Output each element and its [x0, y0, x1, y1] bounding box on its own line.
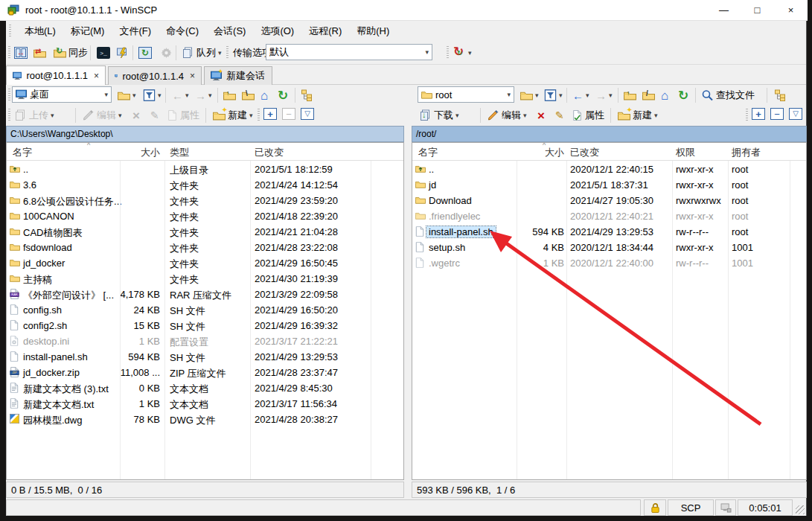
menu-file[interactable]: 文件(F) [112, 21, 159, 41]
right-drive-selector[interactable]: root ▾ [418, 86, 514, 103]
right-home-button[interactable]: ⌂ [659, 86, 670, 104]
open-console-button[interactable]: >_ [95, 44, 112, 62]
file-row[interactable]: config2.sh15 KBSH 文件2021/4/29 16:39:32 [7, 318, 403, 333]
left-select-button[interactable]: + [263, 108, 277, 120]
left-parent-directory-button[interactable]: ↑ [222, 86, 237, 104]
file-row[interactable]: ..上级目录2021/5/1 18:12:59 [7, 162, 403, 177]
right-back-button[interactable]: ← ▾ [571, 86, 591, 104]
left-root-directory-button[interactable]: \ [240, 86, 256, 104]
left-directory-tree-button[interactable] [299, 86, 315, 104]
column-header-size[interactable]: 大小 [100, 146, 160, 159]
file-row[interactable]: .friendlyelec2020/12/1 22:40:21rwxr-xr-x… [412, 208, 806, 224]
transfer-settings-button[interactable]: ↻ ↻ ▾ [452, 44, 473, 62]
file-row[interactable]: CAD植物图表文件夹2021/4/21 21:04:28 [7, 224, 403, 240]
menu-help[interactable]: 帮助(H) [349, 21, 397, 41]
refresh-panels-button[interactable]: ↻ [137, 44, 153, 62]
file-row[interactable]: setup.sh4 KB2020/12/1 18:34:44rwxr-xr-x1… [412, 240, 806, 255]
resize-grip[interactable] [796, 505, 805, 514]
file-row[interactable]: jd2021/5/1 18:37:31rwxr-xr-xroot [412, 177, 806, 193]
file-row[interactable]: 6.8公顷公园设计任务...文件夹2021/4/29 23:59:20 [7, 193, 403, 208]
tab-new-session[interactable]: ✦ 新建会话 [204, 66, 272, 85]
preferences-button[interactable] [159, 44, 174, 62]
left-forward-button[interactable]: → ▾ [194, 86, 214, 104]
right-refresh-button[interactable]: ↻ [677, 86, 690, 104]
right-invert-selection-button[interactable]: ▽ [789, 108, 802, 120]
tab-close-icon[interactable]: × [190, 71, 195, 81]
left-drive-selector[interactable]: 桌面 ▾ [12, 86, 112, 103]
file-row[interactable]: jd_docker文件夹2021/4/29 16:50:45 [7, 255, 403, 271]
right-rename-button[interactable]: ✎ [554, 106, 566, 124]
session-time-cell[interactable]: 0:05:01 [738, 499, 793, 516]
protocol-cell[interactable]: SCP [668, 499, 714, 516]
right-new-button[interactable]: ✦ 新建 ▾ [616, 106, 659, 124]
left-back-button[interactable]: ← ▾ [170, 86, 191, 104]
synchronize-button[interactable]: ⇄ [32, 44, 48, 62]
left-unselect-button[interactable]: − [282, 108, 295, 120]
file-row[interactable]: 100CANON文件夹2021/4/18 22:39:20 [7, 208, 403, 224]
download-button[interactable]: ↓ 下载 ▾ [418, 106, 461, 124]
file-row[interactable]: 3.6文件夹2021/4/24 14:12:54 [7, 177, 403, 193]
file-row[interactable]: 主持稿文件夹2021/4/30 21:19:39 [7, 271, 403, 287]
left-filter-button[interactable]: ▾ [141, 86, 163, 104]
column-header-changed[interactable]: 已改变 [570, 146, 599, 159]
file-row[interactable]: ZIPjd_docker.zip11,008 ...ZIP 压缩文件2021/4… [7, 365, 403, 380]
column-header-type[interactable]: 类型 [170, 146, 189, 159]
connection-cell[interactable] [715, 499, 736, 516]
left-properties-button[interactable]: 属性 [165, 106, 201, 124]
file-row[interactable]: 新建文本文档 (3).txt0 KB文本文档2021/4/29 8:45:30 [7, 380, 403, 396]
upload-button[interactable]: 上传 ▾ [13, 106, 56, 124]
right-edit-button[interactable]: 编辑 ▾ [485, 106, 528, 124]
column-header-rights[interactable]: 权限 [676, 146, 695, 159]
file-row[interactable]: config.sh24 KBSH 文件2021/4/29 16:50:20 [7, 302, 403, 318]
right-open-directory-button[interactable]: ▾ [519, 86, 540, 104]
right-path-bar[interactable]: /root/ [412, 126, 807, 142]
file-row[interactable]: 园林模型.dwg78 KBDWG 文件2021/4/28 20:38:27 [7, 412, 403, 427]
column-header-owner[interactable]: 拥有者 [732, 146, 761, 159]
column-header-size[interactable]: 大小 [502, 146, 564, 159]
left-refresh-button[interactable]: ↻ [276, 86, 290, 104]
menu-mark[interactable]: 标记(M) [63, 21, 112, 41]
left-new-button[interactable]: ✦ 新建 ▾ [211, 106, 255, 124]
column-header-name[interactable]: 名字 [418, 146, 438, 159]
file-row[interactable]: ..2020/12/1 22:40:15rwxr-xr-xroot [412, 162, 806, 177]
file-row[interactable]: install-panel.sh594 KB2021/4/29 13:29:53… [412, 224, 806, 240]
file-row[interactable]: Download2021/4/27 19:05:30rwxrwxrwxroot [412, 193, 806, 208]
tab-close-icon[interactable]: × [94, 71, 99, 81]
left-rename-button[interactable]: ✎ [149, 106, 161, 124]
menu-commands[interactable]: 命令(C) [159, 21, 206, 41]
file-row[interactable]: .wgetrc1 KB2020/12/1 22:40:00rw-r--r--10… [412, 255, 806, 271]
menu-options[interactable]: 选项(O) [253, 21, 301, 41]
menu-remote[interactable]: 远程(R) [301, 21, 349, 41]
menu-local[interactable]: 本地(L) [17, 21, 63, 41]
transfer-preset-combobox[interactable]: 默认 ▾ [266, 44, 432, 60]
right-select-button[interactable]: + [752, 108, 765, 120]
right-properties-button[interactable]: 属性 [570, 106, 606, 124]
left-open-directory-button[interactable]: ▾ [116, 86, 138, 104]
encryption-cell[interactable] [644, 499, 666, 516]
file-row[interactable]: RAR《外部空间设计》 [...4,178 KBRAR 压缩文件2021/3/2… [7, 287, 403, 302]
tab-session-1[interactable]: root@10.1.1.1 × [6, 65, 106, 85]
file-row[interactable]: 新建文本文档.txt1 KB文本文档2021/3/17 11:56:34 [7, 396, 403, 412]
file-row[interactable]: desktop.ini1 KB配置设置2021/3/17 21:22:21 [7, 333, 403, 349]
right-filter-button[interactable]: ▾ [543, 86, 564, 104]
swap-panels-button[interactable]: ↔ [13, 44, 29, 62]
right-root-directory-button[interactable]: / [641, 86, 656, 104]
right-forward-button[interactable]: → ▾ [594, 86, 614, 104]
find-files-button[interactable]: 查找文件 [700, 86, 756, 104]
right-parent-directory-button[interactable]: ↑ [622, 86, 638, 104]
menu-session[interactable]: 会话(S) [206, 21, 253, 41]
column-header-changed[interactable]: 已改变 [255, 146, 284, 159]
file-row[interactable]: install-panel.sh594 KBSH 文件2021/4/29 13:… [7, 349, 403, 365]
right-directory-tree-button[interactable] [773, 86, 788, 104]
queue-button[interactable]: 队列 ▾ [180, 44, 223, 62]
left-path-bar[interactable]: C:\Users\Wangz\Desktop\ [6, 126, 404, 142]
left-invert-selection-button[interactable]: ▽ [301, 108, 314, 120]
maximize-button[interactable]: □ [741, 0, 774, 20]
left-delete-button[interactable]: × [131, 106, 141, 124]
open-putty-button[interactable] [115, 44, 130, 62]
left-home-button[interactable]: ⌂ [259, 86, 269, 104]
tab-session-2[interactable]: root@10.1.1.4 × [108, 66, 202, 85]
close-button[interactable]: × [774, 0, 808, 20]
minimize-button[interactable]: — [707, 0, 741, 20]
right-delete-button[interactable]: × [536, 106, 546, 124]
